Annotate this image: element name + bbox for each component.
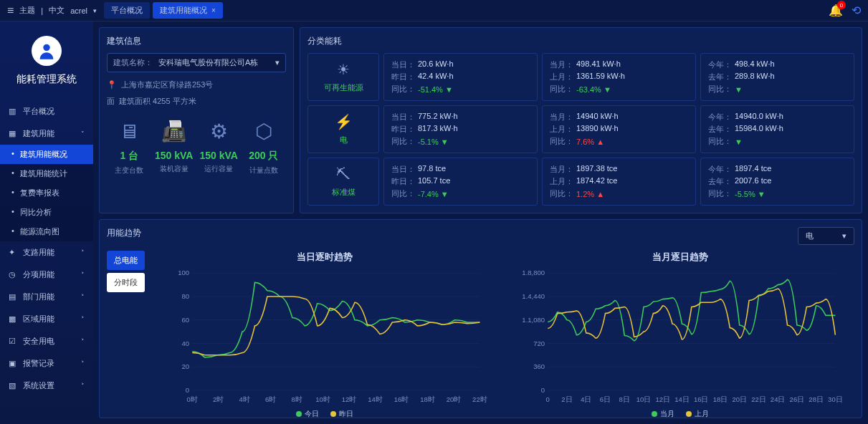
stat-icon: 🖥	[107, 120, 152, 143]
avatar	[32, 36, 62, 66]
svg-text:2日: 2日	[561, 395, 572, 403]
svg-text:360: 360	[533, 362, 545, 370]
tab-0[interactable]: 平台概况	[104, 2, 150, 19]
chevron-icon: ˃	[81, 382, 85, 390]
svg-text:0: 0	[541, 386, 545, 394]
sidebar-subitem-1-3[interactable]: 同比分析	[0, 203, 93, 222]
svg-text:12时: 12时	[342, 395, 357, 403]
tab-1[interactable]: 建筑用能概况×	[153, 2, 223, 19]
svg-text:4日: 4日	[581, 395, 591, 403]
energy-card-2-0: 当日：97.8 tce 昨日：105.7 tce 同比：-7.4% ▼	[383, 158, 538, 206]
user-dropdown-icon[interactable]: ▾	[93, 7, 97, 14]
daily-chart: 当月逐日趋势 03607201.1,0801.4,4401.8,80002日4日…	[506, 251, 854, 419]
sidebar: 能耗管理系统 ▥平台概况▦建筑用能˅建筑用能概况建筑用能统计复费率报表同比分析能…	[0, 21, 93, 424]
refresh-icon[interactable]: ⟲	[852, 4, 861, 17]
svg-text:1.8,800: 1.8,800	[522, 269, 545, 276]
svg-text:28日: 28日	[809, 395, 824, 403]
nav-icon: ▩	[9, 314, 19, 324]
energy-card-2-1: 当月：1897.38 tce 上月：1874.42 tce 同比：1.2% ▲	[542, 158, 696, 206]
svg-text:12日: 12日	[655, 395, 670, 403]
hourly-chart: 当日逐时趋势 0204060801000时2时4时6时8时10时12时14时16…	[151, 251, 499, 419]
sidebar-item-0[interactable]: ▥平台概况	[0, 100, 93, 122]
chevron-down-icon: ▾	[842, 231, 846, 241]
stat-item-3: ⬡200 只计量点数	[242, 120, 287, 175]
sidebar-item-2[interactable]: ✦支路用能˃	[0, 241, 93, 264]
sidebar-subitem-1-1[interactable]: 建筑用能统计	[0, 164, 93, 183]
location-icon: 📍	[107, 80, 117, 90]
svg-text:14时: 14时	[368, 395, 383, 403]
svg-text:1.1,080: 1.1,080	[522, 316, 545, 324]
energy-type-2: ⛏标准煤	[307, 158, 379, 206]
svg-text:6日: 6日	[600, 395, 611, 403]
nav-icon: ▦	[9, 129, 19, 138]
close-icon[interactable]: ×	[211, 6, 216, 14]
svg-text:22时: 22时	[472, 395, 487, 403]
svg-text:0: 0	[546, 395, 550, 403]
chevron-icon: ˃	[81, 316, 85, 323]
chevron-icon: ˃	[81, 271, 85, 279]
stat-icon: 📠	[152, 120, 197, 143]
svg-text:10日: 10日	[636, 395, 652, 403]
stat-icon: ⬡	[242, 120, 287, 143]
svg-text:18日: 18日	[713, 395, 728, 403]
sidebar-item-7[interactable]: ▣报警记录˃	[0, 352, 93, 375]
stat-item-0: 🖥1 台主变台数	[107, 120, 152, 175]
svg-text:8日: 8日	[619, 395, 630, 403]
notification-icon[interactable]: 🔔0	[829, 4, 843, 17]
trend-tab-1[interactable]: 分时段	[107, 273, 145, 292]
user-label[interactable]: acrel	[70, 6, 87, 15]
trend-panel: 用能趋势 电 ▾ 总电能分时段 当日逐时趋势 0204060801000时2时4…	[99, 219, 862, 418]
sidebar-item-8[interactable]: ▧系统设置˃	[0, 375, 93, 397]
system-name: 能耗管理系统	[0, 73, 93, 86]
sidebar-item-1[interactable]: ▦建筑用能˅	[0, 122, 93, 145]
sidebar-subitem-1-0[interactable]: 建筑用能概况	[0, 145, 93, 164]
legend-item: 昨日	[330, 409, 353, 419]
energy-type-1: ⚡电	[307, 105, 379, 153]
energy-class-panel: 分类能耗 ☀可再生能源当日：20.6 kW·h 昨日：42.4 kW·h 同比：…	[300, 27, 862, 213]
legend-item: 上月	[686, 409, 709, 419]
sidebar-item-4[interactable]: ▤部门用能˃	[0, 286, 93, 308]
svg-text:22日: 22日	[751, 395, 766, 403]
nav-icon: ▧	[9, 381, 19, 390]
svg-text:2时: 2时	[213, 395, 224, 403]
sidebar-item-3[interactable]: ◷分项用能˃	[0, 264, 93, 286]
nav-icon: ☑	[9, 337, 19, 346]
svg-text:20时: 20时	[447, 395, 462, 403]
trend-type-select[interactable]: 电 ▾	[798, 227, 854, 245]
svg-text:4时: 4时	[239, 395, 250, 403]
energy-card-0-2: 今年：498.4 kW·h 去年：289.8 kW·h 同比： ▼	[700, 53, 854, 101]
sidebar-subitem-1-2[interactable]: 复费率报表	[0, 183, 93, 203]
svg-text:20: 20	[181, 362, 189, 370]
nav-icon: ✦	[9, 248, 19, 257]
energy-card-1-2: 今年：14940.0 kW·h 去年：15984.0 kW·h 同比： ▼	[700, 105, 854, 153]
legend-item: 当月	[652, 409, 674, 419]
sidebar-subitem-1-4[interactable]: 能源流向图	[0, 222, 93, 241]
stat-icon: ⚙	[196, 120, 242, 143]
svg-point-0	[43, 44, 49, 51]
theme-label[interactable]: 主题	[19, 5, 35, 16]
sidebar-item-6[interactable]: ☑安全用电˃	[0, 330, 93, 352]
nav-icon: ▣	[9, 359, 19, 368]
svg-text:1.4,440: 1.4,440	[522, 292, 545, 300]
building-select[interactable]: 建筑名称：安科瑞电气股份有限公司A栋 ▾	[107, 53, 286, 72]
stat-item-1: 📠150 kVA装机容量	[152, 120, 197, 175]
notification-badge: 0	[837, 1, 846, 9]
stat-item-2: ⚙150 kVA运行容量	[196, 120, 242, 175]
svg-text:20日: 20日	[732, 395, 747, 403]
svg-text:0时: 0时	[187, 395, 198, 403]
svg-text:26日: 26日	[790, 395, 805, 403]
svg-text:24日: 24日	[771, 395, 786, 403]
svg-text:8时: 8时	[291, 395, 302, 403]
sidebar-item-5[interactable]: ▩区域用能˃	[0, 308, 93, 330]
chevron-icon: ˃	[81, 294, 85, 301]
chevron-icon: ˃	[81, 360, 85, 367]
menu-icon[interactable]: ≡	[7, 4, 14, 17]
trend-tab-0[interactable]: 总电能	[107, 251, 145, 270]
panel-title: 分类能耗	[307, 35, 854, 47]
svg-text:720: 720	[533, 339, 545, 347]
svg-text:40: 40	[181, 339, 189, 347]
svg-text:30日: 30日	[828, 395, 843, 403]
topbar: ≡ 主题 | 中文 acrel ▾ 平台概况建筑用能概况× 🔔0 ⟲	[0, 0, 868, 21]
svg-text:80: 80	[181, 292, 189, 300]
lang-label[interactable]: 中文	[49, 5, 65, 16]
